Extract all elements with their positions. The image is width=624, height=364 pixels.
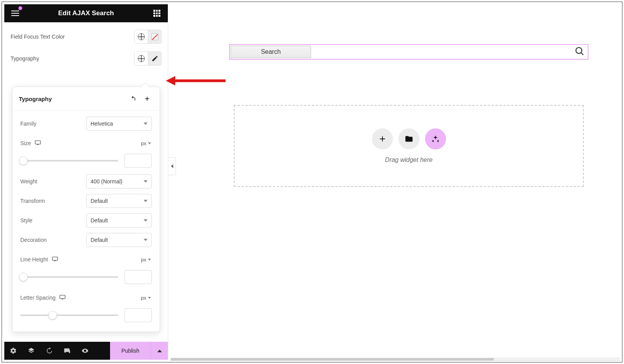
add-typography-button[interactable] bbox=[141, 92, 153, 105]
desktop-icon bbox=[59, 295, 66, 300]
folder-icon bbox=[405, 135, 413, 143]
add-section-button[interactable] bbox=[372, 128, 393, 149]
edit-typography-button[interactable] bbox=[148, 52, 161, 65]
typography-label: Typography bbox=[11, 55, 39, 62]
menu-button[interactable] bbox=[7, 5, 23, 21]
font-weight-value: 400 (Normal) bbox=[91, 178, 123, 185]
typography-row: Typography bbox=[4, 48, 168, 69]
chevron-down-icon bbox=[144, 239, 148, 241]
chevron-up-icon bbox=[157, 350, 162, 352]
line-height-unit-select[interactable]: px bbox=[140, 255, 152, 264]
font-weight-select[interactable]: 400 (Normal) bbox=[86, 174, 152, 188]
typography-controls bbox=[134, 51, 162, 66]
scrollbar-thumb[interactable] bbox=[171, 358, 494, 360]
responsive-toggle[interactable] bbox=[59, 295, 66, 301]
widget-dropzone[interactable]: Drag widget here bbox=[234, 105, 584, 187]
slider-thumb[interactable] bbox=[48, 311, 57, 320]
font-size-slider[interactable] bbox=[20, 160, 118, 162]
svg-rect-2 bbox=[52, 257, 57, 260]
chevron-down-icon bbox=[144, 219, 148, 222]
panel-title: Edit AJAX Search bbox=[58, 9, 114, 17]
line-height-row: Line Height px bbox=[20, 251, 152, 268]
font-style-label: Style bbox=[20, 217, 32, 224]
responsive-toggle[interactable] bbox=[35, 140, 41, 147]
font-size-unit-select[interactable]: px bbox=[140, 139, 152, 148]
publish-options-button[interactable] bbox=[151, 342, 168, 360]
pencil-icon bbox=[151, 55, 158, 62]
font-style-row: Style Default bbox=[20, 212, 152, 229]
global-typography-button[interactable] bbox=[135, 52, 148, 65]
letter-spacing-input[interactable] bbox=[124, 308, 152, 322]
devices-icon bbox=[64, 347, 71, 354]
line-height-slider-row bbox=[20, 270, 152, 284]
horizontal-scrollbar[interactable] bbox=[171, 357, 620, 361]
preview-button[interactable] bbox=[76, 342, 94, 360]
undo-icon bbox=[130, 95, 137, 102]
search-submit-button[interactable]: Search bbox=[231, 46, 311, 58]
ai-button[interactable] bbox=[425, 128, 446, 149]
history-button[interactable] bbox=[40, 342, 58, 360]
chevron-down-icon bbox=[148, 259, 151, 261]
global-color-button[interactable] bbox=[135, 30, 148, 43]
responsive-toggle[interactable] bbox=[52, 256, 58, 263]
line-height-input[interactable] bbox=[124, 270, 152, 284]
svg-rect-5 bbox=[62, 299, 63, 299]
line-height-unit: px bbox=[141, 257, 146, 263]
field-focus-text-color-row: Field Focus Text Color bbox=[4, 23, 168, 48]
line-height-label: Line Height bbox=[20, 256, 48, 263]
decoration-value: Default bbox=[91, 237, 108, 243]
letter-spacing-slider[interactable] bbox=[20, 314, 118, 316]
popover-title: Typography bbox=[19, 96, 52, 102]
preview-canvas[interactable]: Search Drag widget here bbox=[171, 4, 620, 360]
publish-button[interactable]: Publish bbox=[110, 342, 151, 360]
reset-typography-button[interactable] bbox=[127, 92, 139, 105]
svg-rect-3 bbox=[54, 261, 56, 261]
settings-button[interactable] bbox=[4, 342, 22, 360]
ajax-search-widget[interactable]: Search bbox=[229, 44, 588, 60]
svg-rect-0 bbox=[36, 140, 41, 144]
search-button-label: Search bbox=[261, 48, 281, 55]
font-size-label: Size bbox=[20, 140, 31, 146]
chevron-down-icon bbox=[148, 142, 151, 144]
font-family-value: Helvetica bbox=[91, 121, 113, 127]
svg-line-9 bbox=[581, 53, 583, 55]
chevron-down-icon bbox=[148, 297, 151, 299]
font-size-row: Size px bbox=[20, 135, 152, 151]
responsive-mode-button[interactable] bbox=[58, 342, 76, 360]
no-color-icon bbox=[151, 33, 158, 40]
grid-icon bbox=[153, 10, 160, 17]
font-family-label: Family bbox=[20, 121, 36, 127]
letter-spacing-slider-row bbox=[20, 308, 152, 322]
navigator-button[interactable] bbox=[22, 342, 40, 360]
svg-rect-4 bbox=[60, 295, 65, 298]
font-style-select[interactable]: Default bbox=[86, 213, 152, 227]
font-size-input[interactable] bbox=[124, 154, 152, 168]
widgets-button[interactable] bbox=[149, 5, 165, 21]
font-family-select[interactable]: Helvetica bbox=[86, 117, 152, 131]
transform-select[interactable]: Default bbox=[86, 194, 152, 208]
svg-point-8 bbox=[576, 48, 582, 53]
globe-icon bbox=[138, 33, 145, 40]
decoration-select[interactable]: Default bbox=[86, 233, 152, 247]
field-focus-color-controls bbox=[134, 30, 162, 44]
letter-spacing-unit-select[interactable]: px bbox=[140, 293, 152, 302]
eye-icon bbox=[82, 347, 89, 354]
font-size-unit: px bbox=[141, 140, 146, 146]
template-library-button[interactable] bbox=[398, 128, 420, 149]
typography-popover: Typography Family Helvetica bbox=[12, 87, 160, 332]
notification-dot-icon bbox=[18, 6, 22, 10]
editor-panel: Edit AJAX Search Field Focus Text Color bbox=[4, 4, 168, 360]
svg-rect-1 bbox=[37, 144, 39, 145]
dropzone-label: Drag widget here bbox=[385, 156, 433, 163]
desktop-icon bbox=[35, 140, 41, 146]
font-weight-row: Weight 400 (Normal) bbox=[20, 173, 152, 190]
line-height-slider[interactable] bbox=[20, 276, 118, 278]
slider-thumb[interactable] bbox=[19, 273, 28, 281]
letter-spacing-unit: px bbox=[141, 295, 146, 301]
font-weight-label: Weight bbox=[20, 178, 37, 185]
search-icon[interactable] bbox=[574, 46, 585, 58]
letter-spacing-label: Letter Spacing bbox=[20, 295, 55, 301]
color-picker-button[interactable] bbox=[148, 30, 161, 43]
slider-thumb[interactable] bbox=[19, 156, 28, 165]
transform-value: Default bbox=[91, 198, 108, 204]
